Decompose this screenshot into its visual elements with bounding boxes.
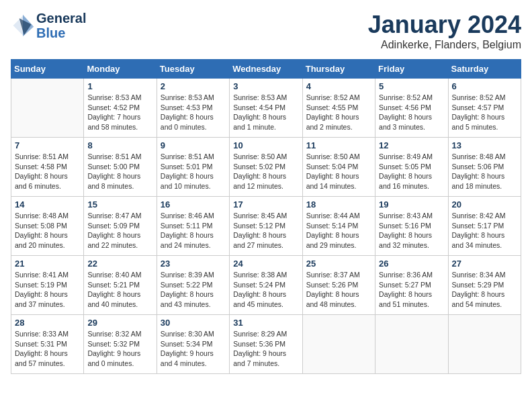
day-info: Sunrise: 8:52 AM Sunset: 4:55 PM Dayligh…	[306, 93, 371, 132]
day-info: Sunrise: 8:51 AM Sunset: 5:01 PM Dayligh…	[161, 152, 226, 191]
day-number: 17	[233, 199, 298, 210]
day-number: 30	[161, 318, 226, 328]
logo: General Blue	[11, 11, 86, 40]
day-number: 19	[379, 199, 444, 210]
day-info: Sunrise: 8:49 AM Sunset: 5:05 PM Dayligh…	[379, 152, 444, 191]
calendar-cell	[11, 79, 84, 138]
calendar-cell: 3Sunrise: 8:53 AM Sunset: 4:54 PM Daylig…	[230, 79, 302, 138]
calendar-cell: 4Sunrise: 8:52 AM Sunset: 4:55 PM Daylig…	[302, 79, 375, 138]
day-info: Sunrise: 8:50 AM Sunset: 5:04 PM Dayligh…	[306, 152, 371, 191]
calendar-cell: 17Sunrise: 8:45 AM Sunset: 5:12 PM Dayli…	[230, 197, 302, 256]
calendar-cell: 24Sunrise: 8:38 AM Sunset: 5:24 PM Dayli…	[230, 256, 302, 315]
day-info: Sunrise: 8:48 AM Sunset: 5:08 PM Dayligh…	[15, 211, 80, 250]
day-info: Sunrise: 8:42 AM Sunset: 5:17 PM Dayligh…	[452, 211, 517, 250]
calendar-cell: 27Sunrise: 8:34 AM Sunset: 5:29 PM Dayli…	[448, 256, 521, 315]
day-number: 6	[452, 81, 517, 91]
page-header: General Blue January 2024 Adinkerke, Fla…	[11, 11, 521, 51]
day-number: 15	[87, 199, 152, 210]
calendar-cell: 13Sunrise: 8:48 AM Sunset: 5:06 PM Dayli…	[448, 138, 521, 197]
day-info: Sunrise: 8:32 AM Sunset: 5:32 PM Dayligh…	[87, 329, 152, 369]
calendar-cell: 1Sunrise: 8:53 AM Sunset: 4:52 PM Daylig…	[84, 79, 157, 138]
calendar-cell	[302, 315, 375, 374]
calendar-cell: 5Sunrise: 8:52 AM Sunset: 4:56 PM Daylig…	[375, 79, 448, 138]
day-number: 7	[15, 140, 80, 150]
day-number: 31	[233, 318, 298, 328]
column-header-monday: Monday	[84, 60, 157, 79]
logo-icon	[11, 13, 35, 38]
day-number: 24	[233, 259, 298, 269]
calendar-cell: 20Sunrise: 8:42 AM Sunset: 5:17 PM Dayli…	[448, 197, 521, 256]
calendar-cell	[375, 315, 448, 374]
day-number: 1	[87, 81, 152, 91]
calendar-cell: 18Sunrise: 8:44 AM Sunset: 5:14 PM Dayli…	[302, 197, 375, 256]
day-info: Sunrise: 8:45 AM Sunset: 5:12 PM Dayligh…	[233, 211, 298, 250]
calendar-cell: 2Sunrise: 8:53 AM Sunset: 4:53 PM Daylig…	[157, 79, 229, 138]
calendar-cell: 19Sunrise: 8:43 AM Sunset: 5:16 PM Dayli…	[375, 197, 448, 256]
column-header-tuesday: Tuesday	[157, 60, 229, 79]
calendar-cell: 22Sunrise: 8:40 AM Sunset: 5:21 PM Dayli…	[84, 256, 157, 315]
day-number: 14	[15, 199, 80, 210]
week-row-1: 1Sunrise: 8:53 AM Sunset: 4:52 PM Daylig…	[11, 79, 521, 138]
day-number: 16	[161, 199, 226, 210]
day-info: Sunrise: 8:51 AM Sunset: 4:58 PM Dayligh…	[15, 152, 80, 191]
calendar-cell: 12Sunrise: 8:49 AM Sunset: 5:05 PM Dayli…	[375, 138, 448, 197]
column-header-thursday: Thursday	[302, 60, 375, 79]
day-info: Sunrise: 8:38 AM Sunset: 5:24 PM Dayligh…	[233, 270, 298, 310]
day-info: Sunrise: 8:52 AM Sunset: 4:57 PM Dayligh…	[452, 93, 517, 132]
day-number: 21	[15, 259, 80, 269]
calendar-cell: 26Sunrise: 8:36 AM Sunset: 5:27 PM Dayli…	[375, 256, 448, 315]
day-number: 22	[87, 259, 152, 269]
day-info: Sunrise: 8:44 AM Sunset: 5:14 PM Dayligh…	[306, 211, 371, 250]
calendar-cell: 28Sunrise: 8:33 AM Sunset: 5:31 PM Dayli…	[11, 315, 84, 374]
day-number: 28	[15, 318, 80, 328]
day-number: 10	[233, 140, 298, 150]
week-row-3: 14Sunrise: 8:48 AM Sunset: 5:08 PM Dayli…	[11, 197, 521, 256]
calendar-cell: 14Sunrise: 8:48 AM Sunset: 5:08 PM Dayli…	[11, 197, 84, 256]
day-info: Sunrise: 8:37 AM Sunset: 5:26 PM Dayligh…	[306, 270, 371, 310]
day-info: Sunrise: 8:47 AM Sunset: 5:09 PM Dayligh…	[87, 211, 152, 250]
calendar-cell: 25Sunrise: 8:37 AM Sunset: 5:26 PM Dayli…	[302, 256, 375, 315]
column-header-wednesday: Wednesday	[230, 60, 302, 79]
day-info: Sunrise: 8:33 AM Sunset: 5:31 PM Dayligh…	[15, 329, 80, 369]
day-number: 18	[306, 199, 371, 210]
calendar-cell: 15Sunrise: 8:47 AM Sunset: 5:09 PM Dayli…	[84, 197, 157, 256]
day-info: Sunrise: 8:41 AM Sunset: 5:19 PM Dayligh…	[15, 270, 80, 310]
calendar-cell: 21Sunrise: 8:41 AM Sunset: 5:19 PM Dayli…	[11, 256, 84, 315]
day-info: Sunrise: 8:53 AM Sunset: 4:52 PM Dayligh…	[87, 93, 152, 132]
calendar-cell	[448, 315, 521, 374]
day-info: Sunrise: 8:53 AM Sunset: 4:54 PM Dayligh…	[233, 93, 298, 132]
day-number: 9	[161, 140, 226, 150]
day-info: Sunrise: 8:52 AM Sunset: 4:56 PM Dayligh…	[379, 93, 444, 132]
calendar-cell: 9Sunrise: 8:51 AM Sunset: 5:01 PM Daylig…	[157, 138, 229, 197]
day-info: Sunrise: 8:50 AM Sunset: 5:02 PM Dayligh…	[233, 152, 298, 191]
column-header-saturday: Saturday	[448, 60, 521, 79]
calendar-cell: 7Sunrise: 8:51 AM Sunset: 4:58 PM Daylig…	[11, 138, 84, 197]
day-number: 26	[379, 259, 444, 269]
calendar-table: SundayMondayTuesdayWednesdayThursdayFrid…	[11, 59, 521, 374]
day-number: 11	[306, 140, 371, 150]
calendar-cell: 29Sunrise: 8:32 AM Sunset: 5:32 PM Dayli…	[84, 315, 157, 374]
calendar-cell: 6Sunrise: 8:52 AM Sunset: 4:57 PM Daylig…	[448, 79, 521, 138]
title-block: January 2024 Adinkerke, Flanders, Belgiu…	[368, 11, 521, 51]
day-number: 2	[161, 81, 226, 91]
day-info: Sunrise: 8:46 AM Sunset: 5:11 PM Dayligh…	[161, 211, 226, 250]
day-number: 27	[452, 259, 517, 269]
day-info: Sunrise: 8:34 AM Sunset: 5:29 PM Dayligh…	[452, 270, 517, 310]
calendar-cell: 23Sunrise: 8:39 AM Sunset: 5:22 PM Dayli…	[157, 256, 229, 315]
day-info: Sunrise: 8:30 AM Sunset: 5:34 PM Dayligh…	[161, 329, 226, 369]
day-number: 5	[379, 81, 444, 91]
day-number: 20	[452, 199, 517, 210]
logo-text: General Blue	[36, 11, 86, 40]
location-subtitle: Adinkerke, Flanders, Belgium	[368, 39, 521, 51]
calendar-cell: 8Sunrise: 8:51 AM Sunset: 5:00 PM Daylig…	[84, 138, 157, 197]
week-row-2: 7Sunrise: 8:51 AM Sunset: 4:58 PM Daylig…	[11, 138, 521, 197]
day-number: 12	[379, 140, 444, 150]
day-number: 23	[161, 259, 226, 269]
day-info: Sunrise: 8:40 AM Sunset: 5:21 PM Dayligh…	[87, 270, 152, 310]
day-info: Sunrise: 8:29 AM Sunset: 5:36 PM Dayligh…	[233, 329, 298, 369]
day-number: 4	[306, 81, 371, 91]
day-number: 3	[233, 81, 298, 91]
week-row-5: 28Sunrise: 8:33 AM Sunset: 5:31 PM Dayli…	[11, 315, 521, 374]
calendar-cell: 31Sunrise: 8:29 AM Sunset: 5:36 PM Dayli…	[230, 315, 302, 374]
calendar-cell: 10Sunrise: 8:50 AM Sunset: 5:02 PM Dayli…	[230, 138, 302, 197]
